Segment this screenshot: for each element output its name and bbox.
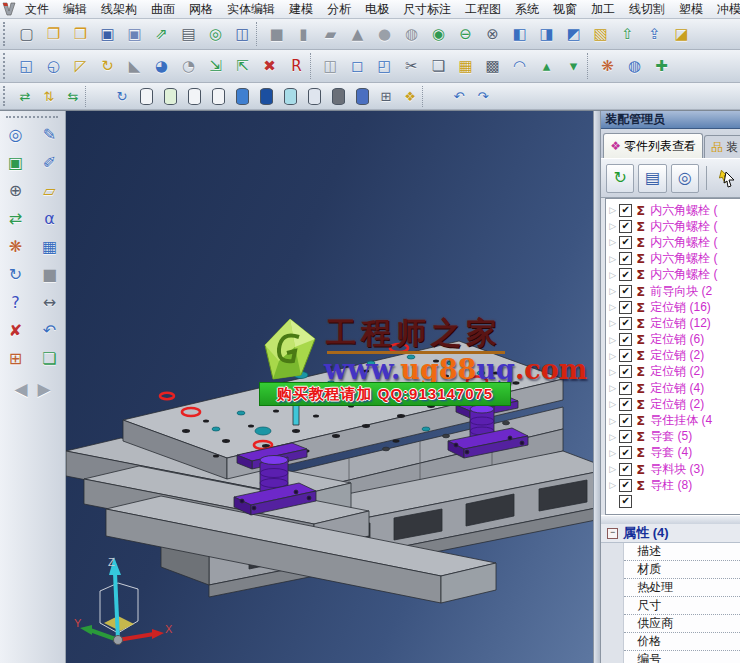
paste-special-button[interactable]: ▩ [479,54,506,79]
tree-item-label[interactable]: 导套 (4) [650,444,692,461]
menu-item[interactable]: 塑模 [672,0,710,19]
expander-icon[interactable]: ▷ [606,302,619,312]
face-split-button[interactable]: ◧ [506,22,533,47]
checkbox[interactable]: ✔ [619,285,632,298]
tree-item-label[interactable]: 定位销 (12) [650,315,711,332]
tree-item-label[interactable]: 导料块 (3) [650,461,704,478]
print-button[interactable]: ▤ [175,22,202,47]
render-palette-button[interactable]: ❋ [2,234,28,259]
layer-settings-button[interactable]: ⊞ [374,86,398,107]
toolbar-grip[interactable] [3,86,10,107]
expander-icon[interactable]: ▷ [606,254,619,264]
tree-row[interactable]: ▷ ✔ Σ 定位销 (2) [606,348,740,364]
shrinkwrap-button[interactable]: ◻ [344,54,371,79]
menu-item[interactable]: 分析 [320,0,358,19]
fillet-button[interactable]: ◸ [67,54,94,79]
checkbox[interactable]: ✔ [619,463,632,476]
tree-item-label[interactable]: 导套 (5) [650,428,692,445]
edge-blend-button[interactable]: ◕ [148,54,175,79]
split-body-button[interactable]: ◵ [40,54,67,79]
checkbox[interactable]: ✔ [619,382,632,395]
layer-active-button[interactable] [230,86,254,107]
tree-row[interactable]: ▷ ✔ Σ 导住挂体 (4 [606,412,740,428]
checkbox[interactable]: ✔ [619,398,632,411]
checkbox[interactable]: ✔ [619,301,632,314]
collapse-icon[interactable]: − [607,528,618,539]
tab-assembly-view[interactable]: 品 装 [704,135,740,158]
highlight-block-button[interactable]: ▧ [587,22,614,47]
copy-button[interactable]: ❏ [425,54,452,79]
separator[interactable] [422,86,447,107]
expander-icon[interactable]: ▷ [606,367,619,377]
face-blend-button[interactable]: ◔ [175,54,202,79]
pocket-button[interactable]: ◪ [668,22,695,47]
solid-view-button[interactable]: ■ [36,262,62,287]
property-row[interactable]: 材质 [624,561,740,579]
export-button[interactable]: ⇗ [148,22,175,47]
checkbox[interactable]: ✔ [619,204,632,217]
tree-item-label[interactable]: 定位销 (2) [650,396,704,413]
face-merge-button[interactable]: ◨ [533,22,560,47]
prism-primitive-button[interactable]: ▰ [317,22,344,47]
tree-item-label[interactable]: 内六角螺栓 ( [650,218,717,235]
spline-button[interactable]: α [36,206,62,231]
menu-item[interactable]: 实体编辑 [220,0,282,19]
emboss-down-button[interactable]: ▾ [560,54,587,79]
expander-icon[interactable]: ▷ [606,432,619,442]
tree-item-label[interactable]: 前导向块 (2 [650,283,712,300]
layer-empty-button[interactable] [182,86,206,107]
select-frame-button[interactable]: ▣ [2,150,28,175]
menu-item[interactable]: 建模 [282,0,320,19]
tree-item-label[interactable]: 内六角螺栓 ( [650,234,717,251]
expander-icon[interactable]: ▷ [606,351,619,361]
tree-item-label[interactable]: 内六角螺栓 ( [650,202,717,219]
wcs-orient-button[interactable]: ⇆ [61,86,85,107]
expander-icon[interactable]: ▷ [606,383,619,393]
tree-item-label[interactable]: 定位销 (2) [650,363,704,380]
open-file-button[interactable]: ❐ [40,22,67,47]
find-button[interactable]: ◎ [202,22,229,47]
checkbox[interactable]: ✔ [619,430,632,443]
tree-row[interactable]: ▷ ✔ Σ 内六角螺栓 ( [606,251,740,267]
save-as-button[interactable]: ▣ [121,22,148,47]
checkbox[interactable]: ✔ [619,495,632,508]
boolean-unite-button[interactable]: ◉ [425,22,452,47]
expander-icon[interactable]: ▷ [606,270,619,280]
move-face-button[interactable]: ⇲ [202,54,229,79]
expander-icon[interactable]: ▷ [606,205,619,215]
find-feature-button[interactable]: ◎ [2,122,28,147]
back-arrow-button[interactable]: ◀ [14,379,27,400]
menu-item[interactable]: 网格 [182,0,220,19]
property-row[interactable]: 描述 [624,543,740,561]
paste-button[interactable]: ▦ [452,54,479,79]
bounding-box-button[interactable]: ◱ [13,54,40,79]
tree-row[interactable]: ▷ ✔ Σ 定位销 (6) [606,332,740,348]
expander-icon[interactable]: ▷ [606,286,619,296]
checkbox[interactable]: ✔ [619,317,632,330]
expander-icon[interactable]: ▷ [606,399,619,409]
layer-hatch-button[interactable] [326,86,350,107]
tree-item-label[interactable]: 内六角螺栓 ( [650,250,717,267]
offset-face-button[interactable]: ⇱ [229,54,256,79]
sphere-primitive-button[interactable]: ● [371,22,398,47]
checkbox[interactable]: ✔ [619,252,632,265]
zoom-window-button[interactable]: ⊕ [2,178,28,203]
snap-hand-button[interactable]: ❖ [398,86,422,107]
layer-visible-button[interactable] [278,86,302,107]
layer-copy-button[interactable] [350,86,374,107]
expander-icon[interactable]: ▷ [606,416,619,426]
property-row[interactable]: 热处理 [624,579,740,597]
panel-title[interactable]: 装配管理员 [601,111,740,129]
menu-item[interactable]: 视窗 [546,0,584,19]
layer-blank-button[interactable] [134,86,158,107]
tree-row[interactable]: ▷ ✔ Σ 定位销 (2) [606,364,740,380]
tree-row[interactable]: ▷ ✔ Σ 定位销 (4) [606,380,740,396]
profile-button[interactable]: ▱ [36,178,62,203]
new-file-button[interactable]: ▢ [13,22,40,47]
menu-item[interactable]: 电极 [358,0,396,19]
tree-row[interactable]: ▷ ✔ Σ 前导向块 (2 [606,283,740,299]
tree-item-label[interactable]: 导柱 (8) [650,477,692,494]
tree-item-label[interactable]: 定位销 (4) [650,380,704,397]
tree-row[interactable]: ✔ [606,493,740,509]
menu-item[interactable]: 编辑 [56,0,94,19]
